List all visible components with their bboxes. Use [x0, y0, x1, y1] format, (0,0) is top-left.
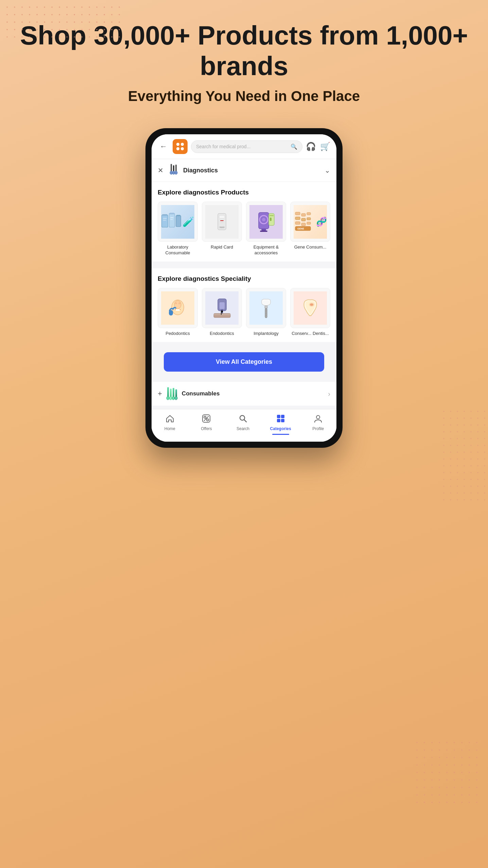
product-img-gene: GENE [290, 202, 330, 242]
svg-rect-53 [214, 314, 230, 315]
diagnostics-icon [167, 164, 180, 177]
product-label-lab: Laboratory Consumable [158, 244, 198, 256]
svg-rect-49 [220, 302, 225, 309]
product-img-lab [158, 202, 198, 242]
product-label-endo: Endodontics [210, 331, 234, 337]
svg-point-62 [310, 303, 313, 306]
svg-rect-34 [295, 217, 300, 220]
product-label-rapid: Rapid Card [211, 244, 233, 250]
product-card-implant[interactable]: Implantology [246, 288, 286, 337]
product-label-equip: Equipment & accessories [246, 244, 286, 256]
product-card-lab[interactable]: Laboratory Consumable [158, 202, 198, 256]
cart-icon[interactable]: 🛒 [320, 142, 330, 151]
svg-point-68 [167, 396, 169, 400]
logo-dot-4 [181, 147, 184, 150]
svg-rect-66 [173, 388, 174, 397]
svg-text:GENE: GENE [297, 227, 304, 230]
view-all-categories-button[interactable]: View All Categories [164, 352, 324, 372]
nav-item-offers[interactable]: Offers [193, 413, 220, 436]
products-row: Laboratory Consumable [158, 202, 330, 256]
svg-rect-11 [170, 213, 174, 215]
speciality-section-title: Explore diagnostics Speciality [158, 275, 330, 283]
svg-point-45 [178, 302, 180, 304]
svg-rect-35 [301, 218, 306, 221]
decorative-dots-top [0, 0, 129, 41]
close-icon[interactable]: ✕ [158, 166, 163, 174]
svg-rect-55 [265, 306, 267, 308]
svg-rect-65 [170, 389, 172, 397]
svg-point-44 [175, 302, 177, 304]
product-img-endo [202, 288, 242, 328]
product-card-equip[interactable]: Equipment & accessories [246, 202, 286, 256]
product-label-conserv: Conserv... Dentis... [292, 331, 329, 337]
product-img-equip [246, 202, 286, 242]
product-card-rapid[interactable]: TEST Rapid Card [202, 202, 242, 256]
svg-rect-13 [170, 219, 173, 220]
product-img-rapid: TEST [202, 202, 242, 242]
nav-item-home[interactable]: Home [156, 413, 184, 436]
nav-item-categories[interactable]: Categories [266, 413, 295, 436]
product-label-implant: Implantology [254, 331, 279, 337]
app-logo[interactable] [173, 139, 188, 154]
category-bar-left: ✕ Diagnostics [158, 164, 218, 177]
conserv-visual [294, 291, 327, 325]
gene-visual: GENE [294, 205, 327, 239]
product-card-endo[interactable]: Endodontics [202, 288, 242, 337]
svg-rect-31 [295, 212, 300, 215]
consumables-row[interactable]: + [152, 382, 336, 406]
consumables-label: Consumables [182, 390, 220, 397]
hero-subtitle: Everything You Need in One Place [0, 88, 488, 104]
pedo-visual [161, 291, 195, 325]
home-icon [165, 414, 174, 425]
svg-rect-18 [220, 220, 224, 221]
chevron-down-icon[interactable]: ⌄ [325, 166, 330, 174]
headset-icon[interactable]: 🎧 [306, 142, 316, 151]
product-card-conserv[interactable]: Conserv... Dentis... [290, 288, 330, 337]
svg-rect-80 [277, 419, 280, 422]
svg-point-5 [175, 171, 177, 174]
logo-dot-2 [181, 143, 184, 146]
nav-item-search[interactable]: Search [229, 413, 257, 436]
svg-rect-33 [307, 212, 311, 215]
svg-point-69 [169, 396, 172, 400]
svg-rect-6 [162, 215, 168, 227]
speciality-section: Explore diagnostics Speciality [152, 268, 336, 342]
svg-rect-46 [169, 310, 173, 316]
svg-rect-39 [307, 222, 311, 224]
search-bar[interactable]: Search for medical prod... 🔍 [191, 140, 302, 153]
svg-rect-7 [162, 214, 167, 216]
decorative-dots-right [437, 408, 488, 510]
nav-item-profile[interactable]: Profile [304, 413, 332, 436]
svg-rect-26 [260, 231, 267, 232]
nav-label-categories: Categories [270, 426, 291, 431]
phone-mockup: ← Search for medical prod... 🔍 🎧 🛒 [0, 128, 488, 448]
svg-rect-32 [301, 214, 306, 216]
svg-point-71 [175, 396, 177, 400]
product-card-pedo[interactable]: Pedodontics [158, 288, 198, 337]
scroll-content[interactable]: Explore diagnostics Products [152, 182, 336, 442]
product-card-gene[interactable]: GENE Gene Consum... [290, 202, 330, 256]
section-gap-1 [152, 265, 336, 268]
svg-rect-25 [261, 229, 266, 231]
svg-line-74 [204, 416, 209, 421]
products-section: Explore diagnostics Products [152, 182, 336, 261]
svg-rect-36 [307, 218, 311, 220]
svg-rect-81 [281, 419, 284, 422]
svg-rect-9 [163, 220, 166, 220]
svg-rect-56 [265, 308, 267, 318]
svg-rect-19 [220, 222, 224, 223]
back-button[interactable]: ← [158, 141, 169, 152]
svg-rect-17 [219, 216, 225, 218]
category-bar: ✕ Diagnostics ⌄ [152, 159, 336, 182]
phone-frame: ← Search for medical prod... 🔍 🎧 🛒 [145, 128, 343, 448]
consumables-left: + [158, 387, 220, 400]
search-icon: 🔍 [291, 143, 297, 150]
svg-point-24 [262, 218, 265, 221]
svg-rect-64 [167, 387, 169, 397]
category-name: Diagnostics [183, 167, 218, 174]
svg-rect-28 [269, 215, 274, 216]
svg-rect-38 [301, 223, 306, 226]
svg-rect-15 [176, 215, 180, 216]
lab-visual [161, 205, 195, 239]
product-img-implant [246, 288, 286, 328]
